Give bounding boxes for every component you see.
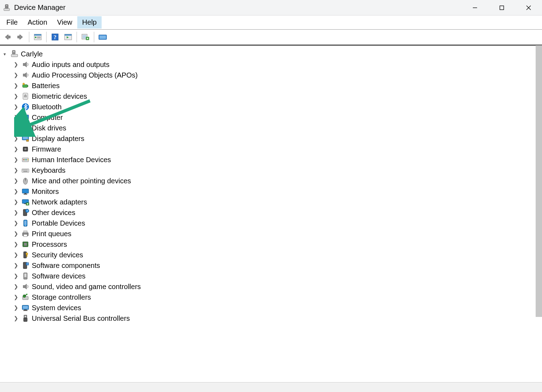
chevron-right-icon[interactable]: ❯	[13, 315, 19, 321]
maximize-button[interactable]	[488, 0, 515, 16]
svg-rect-53	[22, 169, 29, 172]
menu-help[interactable]: Help	[77, 16, 102, 29]
software-component-icon	[21, 261, 30, 270]
chevron-right-icon[interactable]: ❯	[13, 72, 19, 78]
tree-item-sound-video-and-game-controllers[interactable]: ❯ Sound, video and game controllers	[0, 281, 542, 292]
back-arrow-icon[interactable]	[1, 32, 13, 42]
tree-item-label: Firmware	[32, 145, 61, 153]
tree-item-biometric-devices[interactable]: ❯ Biometric devices	[0, 91, 542, 102]
vertical-scrollbar[interactable]	[536, 45, 542, 317]
chevron-right-icon[interactable]: ❯	[13, 209, 19, 216]
chevron-right-icon[interactable]: ❯	[13, 178, 19, 184]
menu-file[interactable]: File	[1, 16, 23, 29]
tree-item-storage-controllers[interactable]: ❯ Storage controllers	[0, 292, 542, 302]
toolbar-separator	[77, 32, 77, 42]
window-controls	[462, 0, 542, 16]
tree-item-label: Display adapters	[32, 135, 84, 143]
chevron-right-icon[interactable]: ❯	[13, 188, 19, 195]
tree-item-firmware[interactable]: ❯ Firmware	[0, 144, 542, 154]
tree-item-human-interface-devices[interactable]: ❯ Human Interface Devices	[0, 154, 542, 165]
chevron-down-icon[interactable]: ▾	[1, 51, 8, 57]
device-tree-area: ▾ Carlyle❯ Audio inputs and outputs❯ Aud…	[0, 45, 542, 381]
svg-rect-11	[37, 38, 41, 38]
svg-point-49	[23, 159, 24, 160]
tree-item-audio-inputs-and-outputs[interactable]: ❯ Audio inputs and outputs	[0, 59, 542, 70]
toolbar-separator	[29, 32, 29, 42]
tree-item-keyboards[interactable]: ❯ Keyboards	[0, 165, 542, 176]
close-button[interactable]	[515, 0, 542, 16]
menu-action[interactable]: Action	[23, 16, 52, 29]
tree-item-bluetooth[interactable]: ❯ Bluetooth	[0, 102, 542, 112]
tree-item-display-adapters[interactable]: ❯ Display adapters	[0, 133, 542, 144]
chevron-right-icon[interactable]: ❯	[13, 262, 19, 269]
help-icon[interactable]: ?	[49, 32, 61, 42]
chevron-right-icon[interactable]: ❯	[13, 82, 19, 89]
mouse-icon	[21, 177, 30, 185]
chevron-right-icon[interactable]: ❯	[13, 252, 19, 258]
chevron-right-icon[interactable]: ❯	[13, 93, 19, 99]
tree-item-label: Network adapters	[32, 198, 87, 206]
tree-item-network-adapters[interactable]: ❯ Network adapters	[0, 197, 542, 207]
chevron-right-icon[interactable]: ❯	[13, 157, 19, 163]
minimize-button[interactable]	[462, 0, 488, 16]
chevron-right-icon[interactable]: ❯	[13, 61, 19, 68]
svg-rect-92	[27, 263, 28, 264]
tree-item-batteries[interactable]: ❯ Batteries	[0, 80, 542, 91]
tree-item-print-queues[interactable]: ❯ Print queues	[0, 228, 542, 239]
tree-item-audio-processing-objects-apos-[interactable]: ❯ Audio Processing Objects (APOs)	[0, 70, 542, 80]
title-bar: Device Manager	[0, 0, 542, 16]
svg-rect-33	[24, 120, 27, 121]
chevron-right-icon[interactable]: ❯	[13, 167, 19, 173]
tree-item-system-devices[interactable]: ❯ System devices	[0, 302, 542, 313]
tree-item-monitors[interactable]: ❯ Monitors	[0, 186, 542, 197]
tree-item-computer[interactable]: ❯ Computer	[0, 112, 542, 123]
chevron-right-icon[interactable]: ❯	[13, 146, 19, 152]
chevron-right-icon[interactable]: ❯	[13, 283, 19, 290]
storage-icon	[21, 293, 30, 301]
svg-rect-57	[26, 170, 26, 170]
tree-item-label: Software devices	[32, 272, 85, 280]
chevron-right-icon[interactable]: ❯	[13, 199, 19, 205]
system-icon	[21, 304, 30, 312]
tree-item-label: Audio Processing Objects (APOs)	[32, 71, 138, 79]
svg-rect-39	[26, 140, 29, 141]
tree-root[interactable]: ▾ Carlyle	[0, 49, 542, 59]
properties-icon[interactable]	[62, 32, 74, 42]
svg-rect-24	[23, 63, 25, 66]
tree-item-disk-drives[interactable]: ❯ Disk drives	[0, 123, 542, 133]
tree-item-portable-devices[interactable]: ❯ Portable Devices	[0, 218, 542, 228]
forward-arrow-icon[interactable]	[14, 32, 26, 42]
scan-hardware-icon[interactable]	[79, 32, 91, 42]
chevron-right-icon[interactable]: ❯	[13, 231, 19, 237]
tree-item-processors[interactable]: ❯ Processors	[0, 239, 542, 250]
chevron-right-icon[interactable]: ❯	[13, 294, 19, 300]
tree-item-software-components[interactable]: ❯ Software components	[0, 260, 542, 271]
chevron-right-icon[interactable]: ❯	[13, 114, 19, 121]
add-legacy-icon[interactable]	[97, 32, 109, 42]
tree-item-label: Processors	[32, 240, 67, 249]
chip-icon	[21, 145, 30, 153]
chevron-right-icon[interactable]: ❯	[13, 220, 19, 226]
window-title: Device Manager	[14, 4, 66, 12]
chevron-right-icon[interactable]: ❯	[13, 104, 19, 110]
chevron-right-icon[interactable]: ❯	[13, 305, 19, 311]
show-hidden-icon[interactable]	[32, 32, 44, 42]
tree-item-label: Print queues	[32, 230, 71, 238]
tree-item-mice-and-other-pointing-devices[interactable]: ❯ Mice and other pointing devices	[0, 176, 542, 186]
tree-root-label: Carlyle	[21, 50, 43, 58]
svg-rect-58	[27, 170, 28, 170]
svg-text:?: ?	[26, 209, 28, 213]
chevron-right-icon[interactable]: ❯	[13, 135, 19, 142]
tree-item-software-devices[interactable]: ❯ Software devices	[0, 271, 542, 281]
speaker-icon	[21, 71, 30, 79]
svg-rect-10	[37, 37, 41, 37]
tree-item-universal-serial-bus-controllers[interactable]: ❯ Universal Serial Bus controllers	[0, 313, 542, 324]
chevron-right-icon[interactable]: ❯	[13, 241, 19, 247]
menu-view[interactable]: View	[52, 16, 77, 29]
tree-item-security-devices[interactable]: ❯ Security devices	[0, 250, 542, 260]
display-adapter-icon	[21, 134, 30, 143]
chevron-right-icon[interactable]: ❯	[13, 273, 19, 279]
svg-rect-1	[6, 5, 7, 6]
chevron-right-icon[interactable]: ❯	[13, 125, 19, 131]
tree-item-other-devices[interactable]: ❯ ? Other devices	[0, 207, 542, 218]
